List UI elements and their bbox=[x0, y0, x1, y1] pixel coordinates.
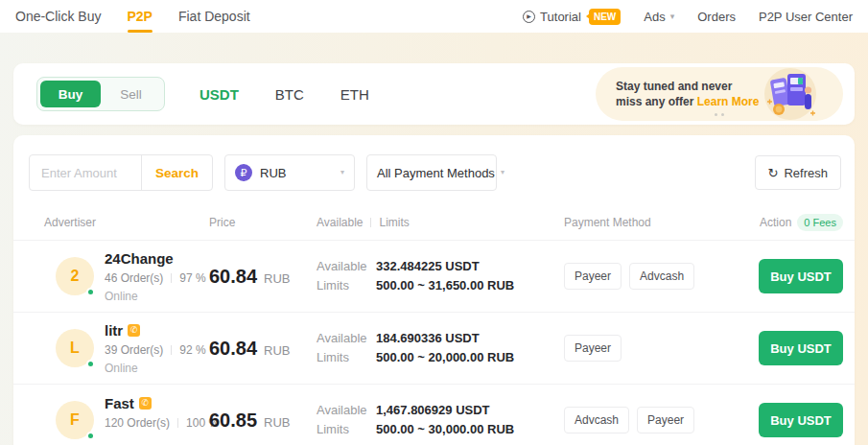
tutorial-label: Tutorial bbox=[540, 10, 581, 24]
coin-tab-btc[interactable]: BTC bbox=[275, 86, 304, 103]
avatar-letter: 2 bbox=[71, 268, 80, 285]
limits-value: 500.00 ~ 30,000.00 RUB bbox=[376, 421, 514, 438]
coin-tabs: USDT BTC ETH bbox=[199, 86, 369, 103]
offer-row: L litr ✆ 39 Order(s) 92 % Onli bbox=[13, 312, 855, 384]
completion-rate: 92 % bbox=[179, 343, 205, 357]
available-value: 1,467.806929 USDT bbox=[376, 402, 490, 419]
tab-p2p[interactable]: P2P bbox=[127, 0, 152, 33]
payment-chip: Payeer bbox=[637, 407, 694, 433]
offer-row: 2 24Change 46 Order(s) 97 % Online bbox=[13, 240, 855, 312]
header-available-limits: AvailableLimits bbox=[317, 216, 564, 229]
chevron-down-icon: ▾ bbox=[670, 12, 675, 21]
header-action: Action 0 Fees bbox=[699, 214, 843, 231]
limits-label: Limits bbox=[317, 421, 376, 438]
payment-chip: Advcash bbox=[629, 263, 694, 290]
ads-menu[interactable]: Ads ▾ bbox=[644, 10, 674, 24]
offers-list: 2 24Change 46 Order(s) 97 % Online bbox=[13, 240, 855, 445]
filter-row: Search ₽ RUB ▾ All Payment Methods ▾ ↻ R… bbox=[13, 135, 855, 191]
payment-chip: Advcash bbox=[564, 407, 629, 433]
price-unit: RUB bbox=[264, 343, 290, 358]
available-label: Available bbox=[317, 402, 376, 419]
p2p-user-center-link[interactable]: P2P User Center bbox=[759, 10, 853, 24]
header-price: Price bbox=[209, 216, 317, 229]
price-unit: RUB bbox=[264, 271, 290, 286]
promo-illustration bbox=[762, 67, 819, 121]
payment-chip: Payeer bbox=[564, 335, 622, 362]
header-advertiser: Advertiser bbox=[29, 216, 209, 229]
currency-value: RUB bbox=[260, 166, 335, 180]
refresh-icon: ↻ bbox=[768, 167, 779, 179]
completion-rate: 97 % bbox=[179, 271, 205, 285]
refresh-label: Refresh bbox=[784, 166, 828, 180]
new-badge: NEW bbox=[589, 9, 621, 25]
orders-link[interactable]: Orders bbox=[697, 10, 736, 24]
available-value: 184.690336 USDT bbox=[376, 330, 480, 347]
advertiser-name[interactable]: litr bbox=[105, 322, 123, 339]
limits-value: 500.00 ~ 20,000.00 RUB bbox=[376, 349, 514, 366]
payment-method-value: All Payment Methods bbox=[377, 166, 495, 180]
ruble-currency-icon: ₽ bbox=[235, 164, 252, 181]
online-status bbox=[105, 434, 219, 445]
advertiser-avatar[interactable]: 2 bbox=[56, 257, 94, 295]
advertiser-name[interactable]: Fast bbox=[105, 395, 134, 411]
table-header: Advertiser Price AvailableLimits Payment… bbox=[13, 214, 855, 231]
phone-verified-badge-icon: ✆ bbox=[139, 397, 152, 410]
phone-verified-badge-icon: ✆ bbox=[128, 324, 140, 337]
header-payment-method: Payment Method bbox=[564, 216, 699, 229]
top-navigation: One-Click Buy P2P Fiat Deposit ▶ Tutoria… bbox=[0, 0, 868, 33]
advertiser-avatar[interactable]: L bbox=[56, 329, 94, 367]
buy-usdt-button[interactable]: Buy USDT bbox=[759, 259, 843, 293]
price-value: 60.85 bbox=[209, 410, 257, 432]
online-status-dot bbox=[86, 288, 95, 296]
nav-tabs: One-Click Buy P2P Fiat Deposit bbox=[15, 0, 250, 33]
amount-input[interactable] bbox=[30, 166, 141, 180]
limits-label: Limits bbox=[317, 349, 376, 366]
search-button[interactable]: Search bbox=[142, 166, 212, 180]
price-value: 60.84 bbox=[209, 266, 257, 288]
chevron-down-icon: ▾ bbox=[501, 169, 504, 176]
promo-banner: Stay tuned and never miss any offer Lear… bbox=[596, 67, 843, 121]
orders-count: 46 Order(s) bbox=[105, 271, 163, 285]
orders-count: 120 Order(s) bbox=[105, 416, 170, 430]
advertiser-avatar[interactable]: F bbox=[56, 401, 94, 439]
tab-fiat-deposit[interactable]: Fiat Deposit bbox=[178, 0, 250, 33]
ads-label: Ads bbox=[644, 10, 665, 24]
online-status: Online bbox=[105, 362, 206, 375]
advertiser-name[interactable]: 24Change bbox=[105, 250, 174, 267]
price-value: 60.84 bbox=[209, 338, 257, 360]
buy-usdt-button[interactable]: Buy USDT bbox=[759, 331, 843, 365]
refresh-button[interactable]: ↻ Refresh bbox=[755, 155, 841, 190]
online-status: Online bbox=[105, 290, 206, 303]
payment-chip: Payeer bbox=[564, 263, 622, 290]
limits-label: Limits bbox=[317, 277, 376, 294]
amount-search-group: Search bbox=[29, 154, 213, 191]
page-background: Buy Sell USDT BTC ETH Stay tuned and nev… bbox=[0, 33, 868, 445]
buy-usdt-button[interactable]: Buy USDT bbox=[759, 403, 843, 437]
play-circle-icon: ▶ bbox=[523, 11, 535, 23]
sell-tab[interactable]: Sell bbox=[101, 81, 161, 107]
market-controls-card: Buy Sell USDT BTC ETH Stay tuned and nev… bbox=[13, 63, 855, 125]
orders-count: 39 Order(s) bbox=[105, 343, 163, 357]
avatar-letter: F bbox=[70, 411, 80, 429]
coin-tab-eth[interactable]: ETH bbox=[340, 86, 369, 103]
offers-card: Search ₽ RUB ▾ All Payment Methods ▾ ↻ R… bbox=[13, 135, 855, 445]
available-value: 332.484225 USDT bbox=[376, 258, 480, 275]
promo-text: Stay tuned and never miss any offer Lear… bbox=[616, 79, 760, 109]
p2p-user-center-label: P2P User Center bbox=[759, 10, 853, 24]
coin-tab-usdt[interactable]: USDT bbox=[199, 86, 239, 103]
buy-tab[interactable]: Buy bbox=[40, 81, 101, 107]
chevron-down-icon: ▾ bbox=[340, 169, 344, 176]
tutorial-link[interactable]: ▶ Tutorial NEW bbox=[523, 9, 621, 25]
price-unit: RUB bbox=[264, 415, 290, 430]
payment-method-select[interactable]: All Payment Methods ▾ bbox=[366, 154, 497, 191]
zero-fees-badge: 0 Fees bbox=[797, 214, 843, 231]
offer-row: F Fast ✆ 120 Order(s) 100 % bbox=[13, 384, 855, 445]
currency-select[interactable]: ₽ RUB ▾ bbox=[224, 154, 355, 191]
learn-more-link[interactable]: Learn More bbox=[697, 95, 760, 108]
available-label: Available bbox=[317, 258, 376, 275]
carousel-dots[interactable] bbox=[715, 113, 724, 116]
limits-value: 500.00 ~ 31,650.00 RUB bbox=[376, 277, 514, 294]
tab-one-click-buy[interactable]: One-Click Buy bbox=[15, 0, 101, 33]
online-status-dot bbox=[86, 432, 95, 440]
avatar-letter: L bbox=[70, 340, 80, 357]
